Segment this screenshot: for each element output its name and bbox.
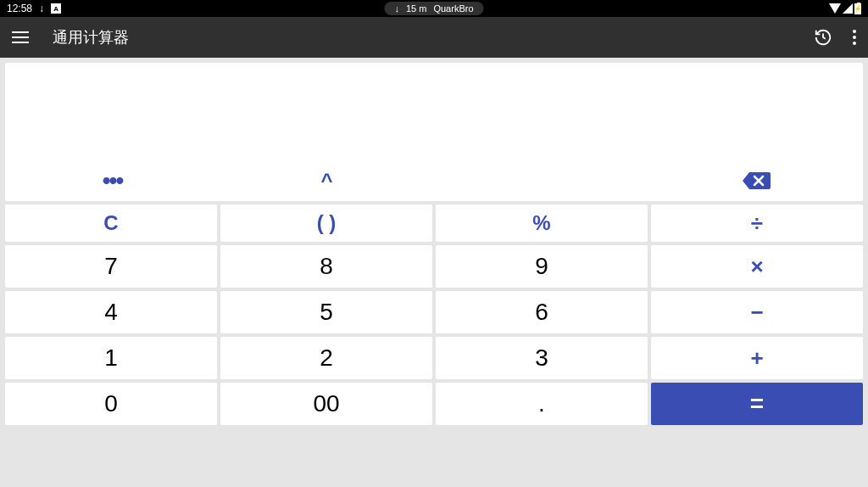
divide-button[interactable]: ÷ <box>651 204 863 242</box>
calculator-body: ••• ^ C ( ) % ÷ 7 8 9 × 4 5 6 − 1 2 3 + … <box>0 58 868 430</box>
digit-3-button[interactable]: 3 <box>436 337 648 379</box>
keypad: C ( ) % ÷ 7 8 9 × 4 5 6 − 1 2 3 + 0 00 .… <box>5 204 863 425</box>
ime-indicator: A <box>51 3 61 14</box>
digit-6-button[interactable]: 6 <box>436 291 648 333</box>
status-bar: 12:58 ↓ A ↓ 15 m QuarkBro ⚡ <box>0 0 868 17</box>
more-icon[interactable] <box>853 30 856 45</box>
digit-7-button[interactable]: 7 <box>5 245 217 288</box>
download-icon: ↓ <box>39 3 44 14</box>
signal-icon <box>843 3 853 14</box>
battery-icon: ⚡ <box>854 3 861 14</box>
pill-download-icon: ↓ <box>394 3 399 14</box>
backspace-icon <box>742 171 771 191</box>
status-time: 12:58 <box>7 3 32 14</box>
digit-00-button[interactable]: 00 <box>220 383 432 425</box>
backspace-button[interactable] <box>648 171 863 191</box>
decimal-button[interactable]: . <box>436 383 648 425</box>
wifi-icon <box>829 3 841 14</box>
percent-button[interactable]: % <box>436 204 648 242</box>
history-icon[interactable] <box>814 28 832 47</box>
parentheses-button[interactable]: ( ) <box>220 204 432 242</box>
app-bar: 通用计算器 <box>0 17 868 58</box>
digit-9-button[interactable]: 9 <box>436 245 648 288</box>
pill-time: 15 m <box>406 3 426 14</box>
display-value <box>5 116 863 160</box>
status-right: ⚡ <box>829 3 861 14</box>
clear-button[interactable]: C <box>5 204 217 242</box>
minus-button[interactable]: − <box>651 291 863 333</box>
plus-button[interactable]: + <box>651 337 863 379</box>
digit-8-button[interactable]: 8 <box>220 245 432 288</box>
digit-2-button[interactable]: 2 <box>220 337 432 379</box>
more-functions-button[interactable]: ••• <box>5 176 220 185</box>
display-panel: ••• ^ <box>5 63 863 201</box>
pill-app: QuarkBro <box>433 3 473 14</box>
multiply-button[interactable]: × <box>651 245 863 288</box>
equals-button[interactable]: = <box>651 383 863 425</box>
digit-1-button[interactable]: 1 <box>5 337 217 379</box>
status-left: 12:58 ↓ A <box>7 3 61 14</box>
status-pill[interactable]: ↓ 15 m QuarkBro <box>384 2 483 15</box>
digit-4-button[interactable]: 4 <box>5 291 217 333</box>
page-title: 通用计算器 <box>53 27 129 48</box>
digit-0-button[interactable]: 0 <box>5 383 217 425</box>
function-row: ••• ^ <box>5 160 863 201</box>
power-button[interactable]: ^ <box>220 169 434 193</box>
digit-5-button[interactable]: 5 <box>220 291 432 333</box>
menu-icon[interactable] <box>12 31 29 43</box>
